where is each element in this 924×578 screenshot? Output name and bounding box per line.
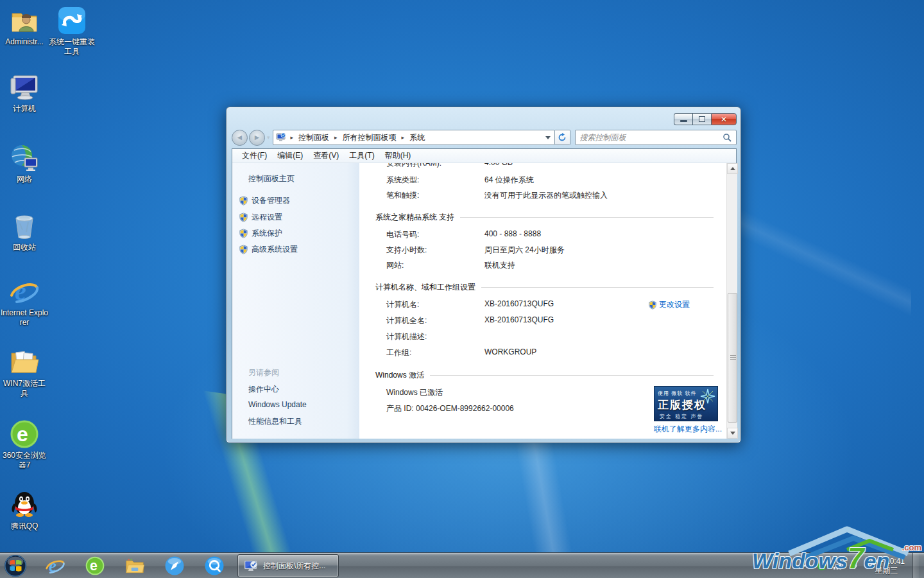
clock-date: 星期三	[868, 566, 905, 575]
menu-tools[interactable]: 工具(T)	[344, 148, 379, 163]
menu-edit[interactable]: 编辑(E)	[272, 148, 308, 163]
uac-shield-icon	[239, 196, 248, 206]
desktop-icon-label: 计算机	[0, 104, 49, 114]
windows-start-orb-icon	[3, 554, 28, 578]
genuine-microsoft-badge: 使用 微软 软件 正版授权 安全 稳定 声誉	[654, 386, 718, 421]
row-label: 电话号码:	[386, 229, 419, 240]
computer-row-name: 计算机名: XB-20160713QUFG 更改设置	[359, 299, 719, 310]
sidebar-item-windows-update[interactable]: Windows Update	[248, 400, 307, 409]
menu-view[interactable]: 查看(V)	[308, 148, 344, 163]
breadcrumb-system[interactable]: 系统	[409, 131, 425, 144]
online-support-link[interactable]: 联机支持	[484, 260, 515, 271]
sidebar-item-control-panel-home[interactable]: 控制面板主页	[248, 173, 295, 184]
uac-shield-icon	[648, 301, 657, 310]
taskbar-explorer-icon[interactable]	[122, 554, 148, 577]
caption-buttons: ✕	[674, 113, 737, 125]
info-row-pen-touch: 笔和触摸: 没有可用于此显示器的笔或触控输入	[359, 190, 719, 200]
compass-icon	[164, 555, 185, 577]
watermark-com: .com	[902, 543, 921, 552]
row-label: 安装内存(RAM):	[386, 163, 441, 169]
row-value: 没有可用于此显示器的笔或触控输入	[484, 190, 608, 201]
breadcrumb-all-items[interactable]: 所有控制面板项	[342, 131, 397, 144]
breadcrumb[interactable]: ▸ 控制面板 ▸ 所有控制面板项 ▸ 系统	[273, 130, 555, 145]
minimize-icon	[680, 120, 687, 122]
refresh-button[interactable]	[555, 130, 570, 145]
uac-shield-icon	[239, 213, 248, 222]
desktop-icon-qq[interactable]: 腾讯QQ	[0, 489, 49, 531]
search-icon	[723, 133, 732, 143]
sidebar-item-remote-settings[interactable]: 远程设置	[239, 212, 282, 223]
row-label: 支持小时数:	[386, 245, 427, 256]
support-row-website: 网站: 联机支持	[359, 260, 719, 270]
scrollbar-thumb[interactable]	[728, 293, 737, 423]
row-label: 工作组:	[386, 347, 411, 358]
taskbar-compass-browser-icon[interactable]	[162, 554, 187, 577]
nav-history-dropdown-icon[interactable]: ▾	[267, 134, 270, 141]
sidebar-item-action-center[interactable]: 操作中心	[248, 384, 279, 395]
svg-text:e: e	[17, 423, 28, 446]
speaker-icon	[849, 561, 859, 570]
menu-help[interactable]: 帮助(H)	[380, 148, 416, 163]
desktop-icon-360-browser[interactable]: e 360安全浏览器7	[0, 419, 49, 470]
maximize-icon	[699, 116, 705, 122]
info-row-system-type: 系统类型: 64 位操作系统	[359, 175, 719, 185]
info-row-ram: 安装内存(RAM): 4.00 GB	[359, 163, 719, 168]
tray-security-icon[interactable]	[817, 561, 826, 571]
desktop-icon-internet-explorer[interactable]: e Internet Explorer	[0, 276, 49, 328]
desktop-icon-network[interactable]: 网络	[0, 143, 49, 184]
change-settings-link[interactable]: 更改设置	[659, 299, 690, 310]
refresh-icon	[558, 133, 567, 142]
tray-network-icon[interactable]	[833, 561, 843, 570]
close-button[interactable]: ✕	[711, 113, 737, 125]
sidebar-item-device-manager[interactable]: 设备管理器	[239, 195, 290, 206]
menu-file[interactable]: 文件(F)	[237, 148, 272, 163]
activation-status: Windows 已激活	[386, 387, 443, 398]
scroll-up-button[interactable]	[727, 163, 738, 174]
sidebar-item-performance-tools[interactable]: 性能信息和工具	[248, 416, 302, 427]
desktop-icon-reinstall-tool[interactable]: 系统一键重装工具	[47, 5, 96, 57]
forward-button[interactable]: ►	[249, 130, 265, 146]
show-desktop-button[interactable]	[912, 553, 919, 578]
breadcrumb-dropdown-icon[interactable]	[545, 136, 551, 139]
recycle-bin-icon	[9, 211, 40, 241]
vertical-scrollbar[interactable]	[726, 163, 737, 439]
section-rule	[481, 287, 714, 288]
show-hidden-icons-button[interactable]	[803, 562, 810, 570]
change-settings[interactable]: 更改设置	[648, 299, 690, 310]
row-label: 网站:	[386, 260, 404, 271]
sidebar-item-system-protection[interactable]: 系统保护	[239, 228, 282, 239]
tray-clock[interactable]: 上午 10:41 星期三	[868, 557, 905, 575]
section-title: 计算机名称、域和工作组设置	[375, 282, 475, 293]
start-button[interactable]	[3, 554, 28, 577]
desktop-icon-administrator[interactable]: Administr...	[0, 5, 49, 47]
breadcrumb-separator-icon: ▸	[330, 134, 342, 141]
tray-volume-icon[interactable]	[849, 561, 859, 570]
internet-explorer-icon: e	[45, 556, 65, 576]
row-value: XB-20160713QUFG	[484, 315, 554, 324]
taskbar-360-browser-icon[interactable]: e	[82, 554, 108, 577]
folder-user-icon	[9, 5, 40, 36]
learn-more-link[interactable]: 联机了解更多内容...	[654, 424, 718, 435]
support-row-phone: 电话号码: 400 - 888 - 8888	[359, 229, 719, 240]
address-bar: ◄ ► ▾ ▸ 控制面板 ▸ 所有控制面板项 ▸ 系统	[232, 128, 737, 147]
search-input[interactable]	[576, 130, 736, 144]
back-button[interactable]: ◄	[232, 130, 248, 146]
scroll-down-button[interactable]	[727, 428, 738, 439]
taskbar-ie-icon[interactable]: e	[42, 554, 68, 577]
reinstall-tool-icon	[56, 5, 87, 36]
desktop-icon-win7-activator[interactable]: WIN7激活工具	[0, 347, 49, 398]
desktop-icon-computer[interactable]: 计算机	[0, 72, 49, 114]
breadcrumb-control-panel[interactable]: 控制面板	[298, 131, 330, 144]
badge-line1: 使用 微软 软件	[658, 390, 696, 397]
taskbar-task-control-panel[interactable]: 控制面板\所有控...	[237, 554, 339, 577]
sidebar-item-advanced-system-settings[interactable]: 高级系统设置	[239, 244, 298, 255]
see-also-title: 另请参阅	[248, 367, 279, 378]
minimize-button[interactable]	[674, 113, 692, 125]
system-task-icon	[243, 558, 259, 574]
desktop-icon-recycle-bin[interactable]: 回收站	[0, 211, 49, 252]
clock-time: 上午 10:41	[868, 557, 905, 566]
maximize-button[interactable]	[692, 113, 711, 125]
taskbar-qq-browser-icon[interactable]	[201, 554, 227, 577]
window-client-area: 文件(F) 编辑(E) 查看(V) 工具(T) 帮助(H) 控制面板主页 设备管…	[232, 148, 737, 439]
desktop-icon-label: 网络	[0, 175, 49, 184]
